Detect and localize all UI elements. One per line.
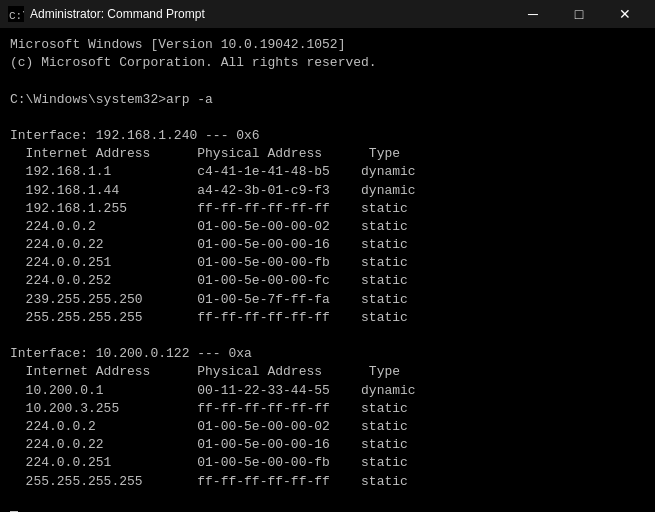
terminal-line: 10.200.0.1 00-11-22-33-44-55 dynamic (10, 382, 645, 400)
terminal-line: C:\Windows\system32>arp -a (10, 91, 645, 109)
titlebar-left: C:\ Administrator: Command Prompt (8, 6, 205, 22)
terminal-line: 224.0.0.2 01-00-5e-00-00-02 static (10, 218, 645, 236)
terminal-line: 224.0.0.252 01-00-5e-00-00-fc static (10, 272, 645, 290)
cmd-icon: C:\ (8, 6, 24, 22)
terminal-line-empty (10, 491, 645, 509)
maximize-button[interactable]: □ (557, 0, 601, 28)
terminal-line: 255.255.255.255 ff-ff-ff-ff-ff-ff static (10, 309, 645, 327)
terminal-line-empty (10, 72, 645, 90)
terminal-content[interactable]: Microsoft Windows [Version 10.0.19042.10… (0, 28, 655, 512)
terminal-line: Interface: 10.200.0.122 --- 0xa (10, 345, 645, 363)
terminal-line: 192.168.1.255 ff-ff-ff-ff-ff-ff static (10, 200, 645, 218)
terminal-line: 224.0.0.22 01-00-5e-00-00-16 static (10, 436, 645, 454)
svg-text:C:\: C:\ (9, 10, 24, 22)
terminal-line: (c) Microsoft Corporation. All rights re… (10, 54, 645, 72)
terminal-line-empty (10, 109, 645, 127)
titlebar: C:\ Administrator: Command Prompt ─ □ ✕ (0, 0, 655, 28)
terminal-line: Internet Address Physical Address Type (10, 145, 645, 163)
terminal-line: Interface: 192.168.1.240 --- 0x6 (10, 127, 645, 145)
minimize-button[interactable]: ─ (511, 0, 555, 28)
titlebar-title: Administrator: Command Prompt (30, 7, 205, 21)
terminal-line: 224.0.0.22 01-00-5e-00-00-16 static (10, 236, 645, 254)
terminal-line: 10.200.3.255 ff-ff-ff-ff-ff-ff static (10, 400, 645, 418)
terminal-line: 224.0.0.251 01-00-5e-00-00-fb static (10, 254, 645, 272)
terminal-line: 239.255.255.250 01-00-5e-7f-ff-fa static (10, 291, 645, 309)
close-button[interactable]: ✕ (603, 0, 647, 28)
titlebar-controls: ─ □ ✕ (511, 0, 647, 28)
terminal-line: 224.0.0.2 01-00-5e-00-00-02 static (10, 418, 645, 436)
terminal-line: 192.168.1.1 c4-41-1e-41-48-b5 dynamic (10, 163, 645, 181)
terminal-line: 224.0.0.251 01-00-5e-00-00-fb static (10, 454, 645, 472)
terminal-line: Internet Address Physical Address Type (10, 363, 645, 381)
terminal-line: 255.255.255.255 ff-ff-ff-ff-ff-ff static (10, 473, 645, 491)
terminal-line: Microsoft Windows [Version 10.0.19042.10… (10, 36, 645, 54)
terminal-line-empty (10, 327, 645, 345)
terminal-line: 192.168.1.44 a4-42-3b-01-c9-f3 dynamic (10, 182, 645, 200)
